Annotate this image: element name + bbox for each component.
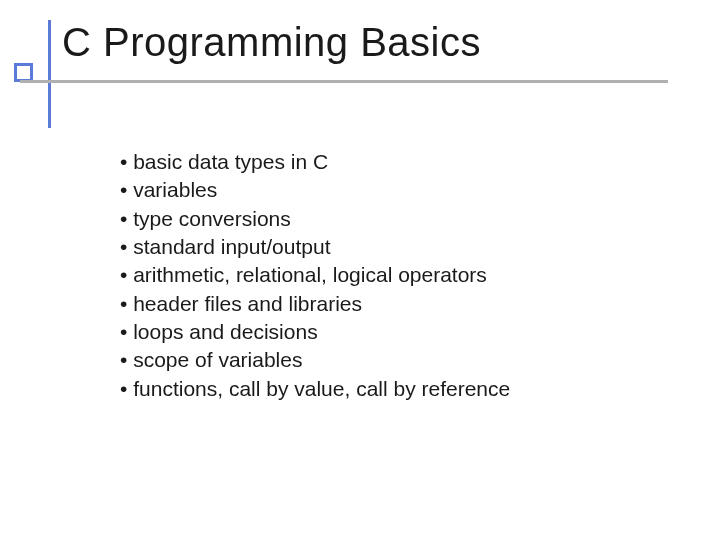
content-area: basic data types in C variables type con… — [120, 148, 510, 403]
bullet-list: basic data types in C variables type con… — [120, 148, 510, 403]
list-item: loops and decisions — [120, 318, 510, 346]
list-item: standard input/output — [120, 233, 510, 261]
title-vertical-accent — [48, 20, 51, 128]
title-area: C Programming Basics — [62, 20, 481, 65]
list-item: variables — [120, 176, 510, 204]
list-item: functions, call by value, call by refere… — [120, 375, 510, 403]
list-item: type conversions — [120, 205, 510, 233]
list-item: arithmetic, relational, logical operator… — [120, 261, 510, 289]
list-item: header files and libraries — [120, 290, 510, 318]
title-underline — [20, 80, 668, 83]
slide-title: C Programming Basics — [62, 20, 481, 65]
list-item: basic data types in C — [120, 148, 510, 176]
list-item: scope of variables — [120, 346, 510, 374]
